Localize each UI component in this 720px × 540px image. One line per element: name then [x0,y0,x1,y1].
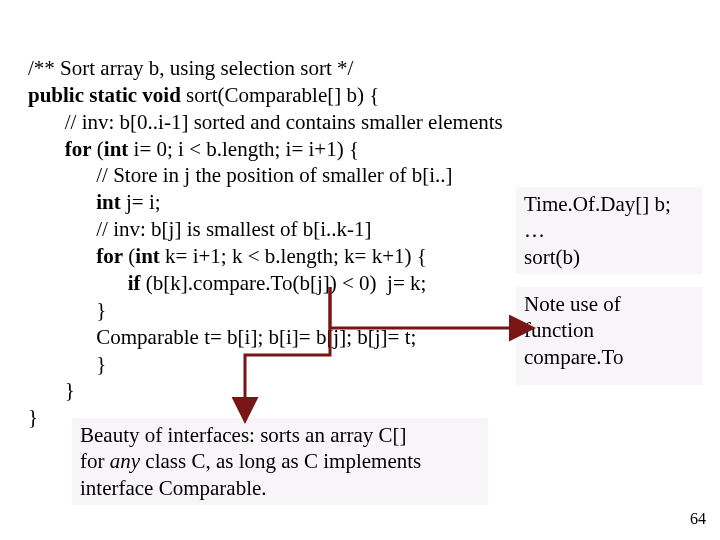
code-keyword: for [96,244,123,268]
code-text: sort(Comparable[] b) { [181,83,379,107]
slide: /** Sort array b, using selection sort *… [0,0,720,540]
code-text [28,271,128,295]
code-line: // inv: b[0..i-1] sorted and contains sm… [28,110,503,134]
code-keyword: public static void [28,83,181,107]
code-line: // inv: b[j] is smallest of b[i..k-1] [28,217,372,241]
summary-line: Beauty of interfaces: sorts an array C[] [80,422,480,448]
summary-text: class C, as long as C implements [140,449,421,473]
code-keyword: int [104,137,129,161]
code-text: ( [123,244,135,268]
code-keyword: int [135,244,160,268]
page-number: 64 [690,510,706,528]
code-keyword: for [65,137,92,161]
code-line: } [28,352,106,376]
usage-line: … [524,217,694,243]
code-text: ( [92,137,104,161]
code-text: k= i+1; k < b.length; k= k+1) { [160,244,427,268]
code-text [28,137,65,161]
note-line: compare.To [524,344,694,370]
code-text: j= i; [121,190,161,214]
code-text [28,244,96,268]
summary-line: interface Comparable. [80,475,480,501]
code-text: i= 0; i < b.length; i= i+1) { [128,137,359,161]
summary-emphasis: any [110,449,140,473]
code-keyword: if [128,271,141,295]
note-box: Note use of function compare.To [516,287,702,385]
note-line: Note use of [524,291,694,317]
code-line: } [28,298,106,322]
summary-line: for any class C, as long as C implements [80,448,480,474]
code-line: // Store in j the position of smaller of… [28,163,453,187]
code-line: } [28,378,75,402]
code-line: Comparable t= b[i]; b[i]= b[j]; b[j]= t; [28,325,416,349]
code-line: } [28,405,38,429]
code-line: /** Sort array b, using selection sort *… [28,56,353,80]
code-block: /** Sort array b, using selection sort *… [28,28,503,458]
usage-example-box: Time.Of.Day[] b; … sort(b) [516,187,702,274]
usage-line: Time.Of.Day[] b; [524,191,694,217]
code-keyword: int [96,190,121,214]
summary-box: Beauty of interfaces: sorts an array C[]… [72,418,488,505]
code-text: (b[k].compare.To(b[j]) < 0) j= k; [141,271,427,295]
note-line: function [524,317,694,343]
code-text [28,190,96,214]
summary-text: for [80,449,110,473]
usage-line: sort(b) [524,244,694,270]
